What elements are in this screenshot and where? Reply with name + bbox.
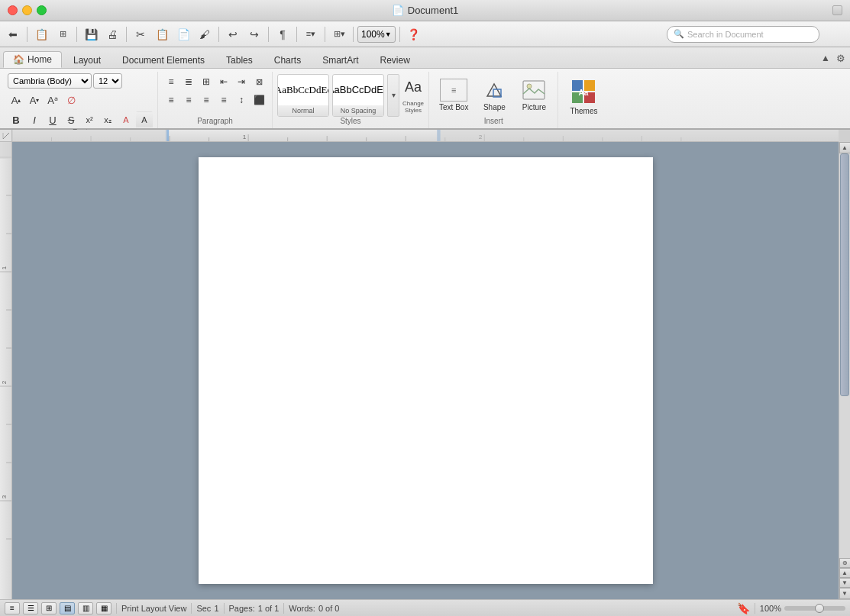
- tab-document-elements[interactable]: Document Elements: [112, 51, 215, 68]
- sep2: [76, 27, 77, 42]
- sep9: [399, 27, 400, 42]
- toolbar-pilcrow-btn[interactable]: ¶: [273, 24, 292, 44]
- themes-content: Aa Themes: [563, 73, 604, 119]
- scroll-down-arrow[interactable]: ▼: [839, 588, 851, 599]
- toolbar-paste-btn[interactable]: 📄: [173, 24, 193, 44]
- decrease-indent-btn[interactable]: ⇤: [215, 73, 232, 90]
- font-color-picker-btn[interactable]: A: [136, 111, 153, 128]
- style-normal-text: AaBbCcDdEe: [277, 84, 329, 96]
- toolbar-save-btn[interactable]: 💾: [81, 24, 101, 44]
- zoom-dropdown[interactable]: 100% ▼: [357, 26, 396, 43]
- toolbar-help-btn[interactable]: ❓: [404, 24, 424, 44]
- toolbar-format-painter-btn[interactable]: 🖌: [195, 24, 215, 44]
- main-content-row: 1 2 3 ▲ ⊕ ▲ ▼ ▼: [0, 142, 850, 599]
- view-outline-btn[interactable]: ☰: [23, 602, 38, 614]
- underline-btn[interactable]: U: [44, 111, 61, 128]
- title-bar: 📄 Document1: [0, 0, 850, 21]
- styles-scroll-arrow[interactable]: ▾: [387, 74, 399, 117]
- ribbon-tabs-right: ▲ ⚙: [821, 47, 845, 69]
- document-area: 1 2: [0, 130, 850, 599]
- zoom-value: 100%: [760, 604, 781, 613]
- shape-btn[interactable]: Shape: [475, 75, 513, 115]
- align-left-btn[interactable]: ≡: [163, 92, 179, 108]
- view-notebook-btn[interactable]: ▥: [78, 602, 93, 614]
- subscript-btn[interactable]: x₂: [99, 111, 116, 128]
- zoom-slider[interactable]: [784, 606, 845, 611]
- view-print-layout-btn[interactable]: ▤: [60, 602, 75, 614]
- tab-charts[interactable]: Charts: [264, 51, 311, 68]
- sep6: [296, 27, 297, 42]
- search-input-text: Search in Document: [687, 30, 764, 39]
- view-draft-btn[interactable]: ▦: [96, 602, 112, 614]
- italic-btn[interactable]: I: [26, 111, 43, 128]
- ribbon-settings-icon[interactable]: ⚙: [836, 53, 845, 64]
- font-color-btn[interactable]: A▴: [8, 92, 24, 108]
- maximize-button[interactable]: [37, 5, 47, 15]
- multilevel-list-btn[interactable]: ⊞: [198, 73, 215, 90]
- para-style-btn[interactable]: ⊠: [250, 73, 267, 90]
- scroll-up-arrow[interactable]: ▲: [839, 142, 851, 153]
- toolbar-view-btn[interactable]: ≡▾: [301, 24, 321, 44]
- para-row-2: ≡ ≡ ≡ ≡ ↕ ⬛: [163, 92, 267, 108]
- align-center-btn[interactable]: ≡: [180, 92, 197, 108]
- text-box-btn[interactable]: ≡ Text Box: [434, 75, 473, 115]
- scroll-nav-down-btn[interactable]: ▼: [839, 578, 851, 588]
- themes-btn[interactable]: Aa Themes: [563, 73, 604, 119]
- tab-review[interactable]: Review: [370, 51, 419, 68]
- picture-btn[interactable]: Picture: [515, 75, 553, 115]
- scroll-track[interactable]: [839, 153, 850, 558]
- canvas-area[interactable]: [12, 142, 839, 599]
- clear-format-btn[interactable]: ∅: [63, 92, 79, 108]
- toolbar-redo-btn[interactable]: ↪: [244, 24, 264, 44]
- justify-btn[interactable]: ≡: [215, 92, 232, 108]
- font-size-decrease-btn[interactable]: A▾: [26, 92, 43, 108]
- scroll-nav-up-btn[interactable]: ▲: [839, 568, 851, 578]
- bookmark-icon[interactable]: 🔖: [737, 602, 750, 614]
- tab-tables[interactable]: Tables: [216, 51, 263, 68]
- ribbon-collapse-icon[interactable]: ▲: [821, 53, 830, 63]
- toolbar-margins-btn[interactable]: ⊞▾: [329, 24, 349, 44]
- font-name-select[interactable]: Cambria (Body): [8, 73, 92, 89]
- close-button[interactable]: [8, 5, 18, 15]
- toolbar-cut-btn[interactable]: ✂: [131, 24, 150, 44]
- style-normal[interactable]: AaBbCcDdEe Normal: [277, 74, 329, 117]
- superscript-btn[interactable]: x²: [81, 111, 98, 128]
- bullet-list-btn[interactable]: ≡: [163, 73, 179, 90]
- tab-smartart[interactable]: SmartArt: [312, 51, 368, 68]
- vertical-scrollbar: ▲ ⊕ ▲ ▼ ▼: [839, 142, 850, 599]
- font-format-row: B I U S x² x₂ A A: [8, 111, 153, 128]
- styles-section: AaBbCcDdEe Normal AaBbCcDdEe No Spacing …: [277, 74, 399, 117]
- highlight-btn[interactable]: A: [118, 111, 134, 128]
- change-case-btn[interactable]: Aᵃ: [44, 92, 61, 108]
- search-bar[interactable]: 🔍 Search in Document: [667, 26, 819, 43]
- bold-btn[interactable]: B: [8, 111, 24, 128]
- toolbar-print-btn[interactable]: 🖨: [102, 24, 122, 44]
- font-size-select[interactable]: 12: [93, 73, 122, 89]
- change-styles-btn[interactable]: Aa: [402, 77, 424, 98]
- picture-label: Picture: [522, 103, 546, 111]
- numbered-list-btn[interactable]: ≣: [180, 73, 197, 90]
- tab-home[interactable]: 🏠 Home: [3, 51, 62, 68]
- view-publish-btn[interactable]: ⊞: [41, 602, 57, 614]
- strikethrough-btn[interactable]: S: [63, 111, 79, 128]
- style-no-spacing[interactable]: AaBbCcDdEe No Spacing: [332, 74, 384, 117]
- scroll-thumb[interactable]: [840, 153, 849, 396]
- align-right-btn[interactable]: ≡: [198, 92, 215, 108]
- toolbar-undo-btn[interactable]: ↩: [223, 24, 243, 44]
- zoom-thumb[interactable]: [815, 604, 824, 613]
- toolbar-btn-back[interactable]: ⬅: [3, 24, 23, 44]
- increase-indent-btn[interactable]: ⇥: [233, 73, 250, 90]
- view-normal-btn[interactable]: ≡: [5, 602, 20, 614]
- toolbar-templates-btn[interactable]: ⊞: [53, 24, 73, 44]
- tab-layout[interactable]: Layout: [63, 51, 111, 68]
- resize-button[interactable]: [832, 5, 842, 15]
- status-bar: ≡ ☰ ⊞ ▤ ▥ ▦ Print Layout View Sec 1 Page…: [0, 599, 850, 616]
- shading-btn[interactable]: ⬛: [250, 92, 267, 108]
- minimize-button[interactable]: [22, 5, 32, 15]
- toolbar-new-btn[interactable]: 📋: [31, 24, 51, 44]
- toolbar-copy-btn[interactable]: 📋: [152, 24, 172, 44]
- scroll-page-up-btn[interactable]: ⊕: [839, 558, 851, 568]
- sep5: [268, 27, 269, 42]
- document-page[interactable]: [199, 157, 653, 584]
- line-spacing-btn[interactable]: ↕: [233, 92, 250, 108]
